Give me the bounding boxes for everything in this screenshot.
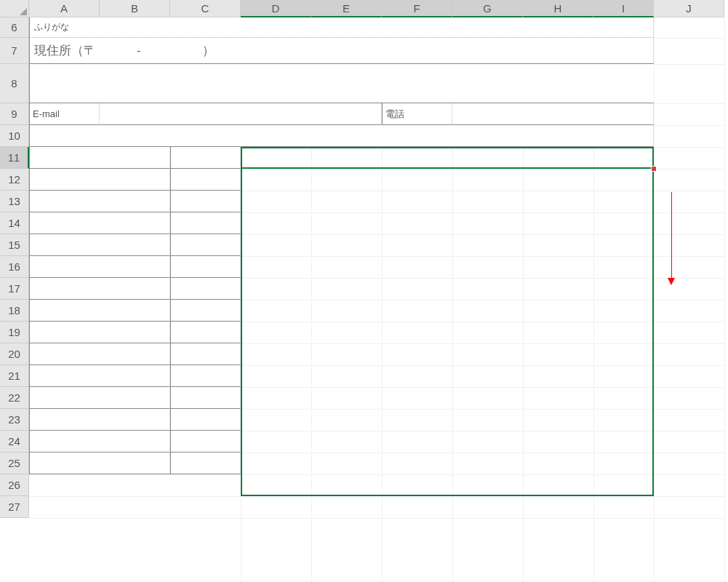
row-header-7[interactable]: 7 xyxy=(0,38,29,64)
row-header-25[interactable]: 25 xyxy=(0,453,29,474)
furigana-label: ふりがな xyxy=(34,21,69,33)
row-header-12[interactable]: 12 xyxy=(0,169,29,191)
cell-C19[interactable] xyxy=(170,322,241,343)
cell-C17[interactable] xyxy=(170,278,241,300)
row-header-23[interactable]: 23 xyxy=(0,409,29,431)
cell-C25[interactable] xyxy=(170,453,241,474)
col-header-H[interactable]: H xyxy=(523,0,593,17)
select-all-corner[interactable] xyxy=(0,0,29,17)
cell-C13[interactable] xyxy=(170,191,241,212)
cell-A13[interactable] xyxy=(29,191,170,212)
cell-C18[interactable] xyxy=(170,300,241,322)
address-label: 現住所（〒 - ） xyxy=(34,42,215,59)
row-header-15[interactable]: 15 xyxy=(0,234,29,256)
merged-D11-I25[interactable] xyxy=(241,147,654,474)
cell-A10[interactable] xyxy=(29,125,654,147)
col-header-D[interactable]: D xyxy=(241,0,311,17)
cell-C12[interactable] xyxy=(170,169,241,191)
cell-A23[interactable] xyxy=(29,409,170,431)
cell-C11[interactable] xyxy=(170,147,241,169)
cell-A7[interactable]: 現住所（〒 - ） xyxy=(29,38,654,64)
row-header-13[interactable]: 13 xyxy=(0,191,29,212)
col-header-C[interactable]: C xyxy=(170,0,241,17)
cell-A17[interactable] xyxy=(29,278,170,300)
phone-label: 電話 xyxy=(385,108,404,121)
row-header-21[interactable]: 21 xyxy=(0,365,29,387)
row-header-27[interactable]: 27 xyxy=(0,496,29,518)
cell-A21[interactable] xyxy=(29,365,170,387)
cell-A20[interactable] xyxy=(29,343,170,365)
cell-A11[interactable] xyxy=(29,147,170,169)
cell-A15[interactable] xyxy=(29,234,170,256)
cell-A19[interactable] xyxy=(29,322,170,343)
row-header-24[interactable]: 24 xyxy=(0,431,29,453)
cell-C16[interactable] xyxy=(170,256,241,278)
row-header-9[interactable]: 9 xyxy=(0,103,29,125)
col-header-I[interactable]: I xyxy=(593,0,654,17)
column-headers-row: A B C D E F G H I J xyxy=(0,0,724,17)
row-headers-col: 6 7 8 9 10 11 12 13 14 15 16 17 18 19 20… xyxy=(0,17,29,518)
spreadsheet-grid: A B C D E F G H I J 6 7 8 9 10 11 12 13 … xyxy=(0,0,728,582)
row-header-17[interactable]: 17 xyxy=(0,278,29,300)
row-header-18[interactable]: 18 xyxy=(0,300,29,322)
cell-A22[interactable] xyxy=(29,387,170,409)
cell-A9[interactable]: E-mail xyxy=(29,103,100,125)
row-header-14[interactable]: 14 xyxy=(0,212,29,234)
print-boundary-line xyxy=(654,17,655,582)
cell-C14[interactable] xyxy=(170,212,241,234)
cell-C15[interactable] xyxy=(170,234,241,256)
cell-A16[interactable] xyxy=(29,256,170,278)
row-header-8[interactable]: 8 xyxy=(0,64,29,103)
cell-A25[interactable] xyxy=(29,453,170,474)
cell-B9-E9[interactable] xyxy=(100,103,382,125)
cell-A24[interactable] xyxy=(29,431,170,453)
cell-A18[interactable] xyxy=(29,300,170,322)
email-label: E-mail xyxy=(33,108,60,119)
col-header-J[interactable]: J xyxy=(654,0,724,17)
col-header-E[interactable]: E xyxy=(311,0,382,17)
cell-A14[interactable] xyxy=(29,212,170,234)
cell-C24[interactable] xyxy=(170,431,241,453)
row-header-10[interactable]: 10 xyxy=(0,125,29,147)
row-header-22[interactable]: 22 xyxy=(0,387,29,409)
cell-G9-I9[interactable] xyxy=(452,103,654,125)
row-header-11[interactable]: 11 xyxy=(0,147,29,169)
row-header-19[interactable]: 19 xyxy=(0,322,29,343)
row-header-16[interactable]: 16 xyxy=(0,256,29,278)
row-header-20[interactable]: 20 xyxy=(0,343,29,365)
cell-C23[interactable] xyxy=(170,409,241,431)
col-header-G[interactable]: G xyxy=(452,0,523,17)
cell-A6[interactable]: ふりがな xyxy=(29,17,654,38)
col-header-F[interactable]: F xyxy=(382,0,452,17)
row-header-6[interactable]: 6 xyxy=(0,17,29,38)
col-header-B[interactable]: B xyxy=(100,0,170,17)
cell-F9[interactable]: 電話 xyxy=(382,103,452,125)
cell-C21[interactable] xyxy=(170,365,241,387)
row-header-26[interactable]: 26 xyxy=(0,474,29,496)
cell-A8[interactable] xyxy=(29,64,654,103)
col-header-A[interactable]: A xyxy=(29,0,100,17)
cell-C20[interactable] xyxy=(170,343,241,365)
cell-C22[interactable] xyxy=(170,387,241,409)
cell-A12[interactable] xyxy=(29,169,170,191)
